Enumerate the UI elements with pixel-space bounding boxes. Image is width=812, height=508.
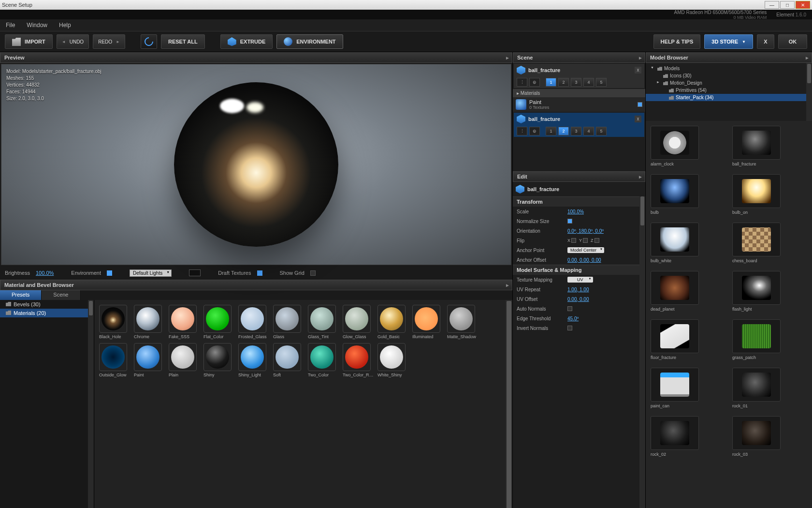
material-visible-checkbox[interactable] bbox=[638, 102, 642, 107]
menu-help[interactable]: Help bbox=[59, 22, 71, 29]
material-item[interactable]: Chrome bbox=[134, 305, 165, 339]
group-button-2[interactable]: 2 bbox=[558, 127, 569, 135]
tree-icons[interactable]: Icons (30) bbox=[646, 72, 812, 79]
link-icon[interactable]: ⋮ bbox=[517, 78, 527, 87]
tree-models[interactable]: ▼Models bbox=[646, 65, 812, 72]
reset-icon-button[interactable] bbox=[141, 34, 157, 49]
window-close-button[interactable]: ✕ bbox=[796, 1, 810, 9]
group-button-5[interactable]: 5 bbox=[596, 127, 607, 135]
material-row[interactable]: Paint0 Textures bbox=[513, 97, 645, 112]
flip-z-checkbox[interactable] bbox=[594, 238, 599, 243]
material-item[interactable]: Shiny bbox=[203, 343, 234, 377]
surface-section[interactable]: Model Surface & Mapping bbox=[513, 265, 645, 275]
expand-icon[interactable]: ► bbox=[505, 283, 510, 288]
orientation-value[interactable]: 0.0º, 180.0º, 0.0º bbox=[567, 228, 604, 234]
expand-icon[interactable]: ► bbox=[805, 55, 810, 60]
tree-materials[interactable]: Materials (20) bbox=[0, 309, 94, 317]
bg-color-swatch[interactable] bbox=[189, 269, 201, 276]
model-item[interactable]: dead_planet bbox=[651, 271, 725, 312]
help-tips-button[interactable]: HELP & TIPS bbox=[653, 34, 701, 49]
environment-button[interactable]: ENVIRONMENT bbox=[276, 34, 343, 49]
model-item[interactable]: ball_fracture bbox=[732, 126, 807, 166]
expand-icon[interactable]: ► bbox=[638, 55, 643, 60]
group-button-3[interactable]: 3 bbox=[571, 78, 581, 87]
undo-button[interactable]: ◄UNDO bbox=[57, 34, 89, 49]
materials-subheader[interactable]: ▸ Materials bbox=[513, 89, 645, 97]
group-button-2[interactable]: 2 bbox=[558, 78, 569, 87]
model-item[interactable]: grass_patch bbox=[732, 319, 807, 360]
model-item[interactable]: alarm_clock bbox=[651, 126, 725, 166]
material-item[interactable]: Two_Color bbox=[308, 343, 339, 377]
material-item[interactable]: Two_Color_Reflect bbox=[343, 343, 374, 377]
remove-button[interactable]: x bbox=[635, 116, 641, 122]
material-item[interactable]: White_Shiny bbox=[377, 343, 408, 377]
remove-button[interactable]: x bbox=[635, 67, 641, 74]
scene-item[interactable]: ball_fracture x ⋮ ⊚ 12345 bbox=[514, 64, 644, 88]
material-item[interactable]: Plain bbox=[169, 343, 200, 377]
redo-button[interactable]: REDO► bbox=[93, 34, 125, 49]
model-item[interactable]: paint_can bbox=[651, 368, 725, 408]
group-button-1[interactable]: 1 bbox=[546, 78, 556, 87]
menu-file[interactable]: File bbox=[6, 22, 15, 29]
group-button-3[interactable]: 3 bbox=[571, 127, 581, 135]
material-item[interactable]: Outside_Glow bbox=[99, 343, 130, 377]
texture-mapping-dropdown[interactable]: UV bbox=[567, 277, 593, 283]
menu-window[interactable]: Window bbox=[27, 22, 47, 29]
edit-scrollbar[interactable] bbox=[639, 196, 645, 508]
lights-dropdown[interactable]: Default Lights bbox=[130, 269, 172, 277]
material-item[interactable]: Glass bbox=[273, 305, 304, 339]
link-icon[interactable]: ⋮ bbox=[517, 127, 527, 135]
uv-offset-value[interactable]: 0.00, 0.00 bbox=[567, 297, 589, 302]
normalize-checkbox[interactable] bbox=[567, 219, 572, 224]
tab-presets[interactable]: Presets bbox=[0, 290, 42, 300]
scene-item[interactable]: ball_fracture x ⋮ ⊚ 12345 bbox=[514, 113, 644, 137]
model-item[interactable]: bulb_white bbox=[651, 223, 725, 263]
ok-button[interactable]: OK bbox=[778, 34, 807, 49]
group-button-5[interactable]: 5 bbox=[596, 78, 607, 87]
material-item[interactable]: Matte_Shadow bbox=[447, 305, 478, 339]
model-item[interactable]: bulb_on bbox=[732, 174, 807, 215]
show-grid-checkbox[interactable] bbox=[310, 270, 316, 276]
material-item[interactable]: Black_Hole bbox=[99, 305, 130, 339]
model-item[interactable]: bulb bbox=[651, 174, 725, 215]
material-item[interactable]: Soft bbox=[273, 343, 304, 377]
material-item[interactable]: Frosted_Glass bbox=[238, 305, 269, 339]
material-item[interactable]: Flat_Color bbox=[203, 305, 234, 339]
environment-checkbox[interactable] bbox=[107, 270, 112, 276]
anchor-dropdown[interactable]: Model Center bbox=[567, 247, 604, 253]
auto-normals-checkbox[interactable] bbox=[567, 306, 572, 311]
tree-bevels[interactable]: Bevels (30) bbox=[0, 300, 94, 309]
material-item[interactable]: Glass_Tint bbox=[308, 305, 339, 339]
draft-textures-checkbox[interactable] bbox=[257, 270, 262, 276]
anchor-offset-value[interactable]: 0.00, 0.00, 0.00 bbox=[567, 257, 601, 263]
expand-icon[interactable]: ► bbox=[638, 174, 643, 179]
x-button[interactable]: X bbox=[757, 34, 774, 49]
import-button[interactable]: IMPORT bbox=[5, 34, 53, 49]
extrude-button[interactable]: EXTRUDE bbox=[220, 34, 273, 49]
tree-scrollbar[interactable] bbox=[88, 300, 94, 508]
material-item[interactable]: Illuminated bbox=[412, 305, 443, 339]
material-item[interactable]: Glow_Glass bbox=[343, 305, 374, 339]
scale-value[interactable]: 100.0% bbox=[567, 209, 584, 214]
preview-viewport[interactable]: Model: Models/starter_pack/ball_fracture… bbox=[1, 64, 511, 265]
model-item[interactable]: flash_light bbox=[732, 271, 807, 312]
reset-all-button[interactable]: RESET ALL bbox=[161, 34, 205, 49]
model-item[interactable]: chess_board bbox=[732, 223, 807, 263]
brightness-value[interactable]: 100.0% bbox=[36, 270, 54, 276]
settings-icon[interactable]: ⊚ bbox=[529, 127, 540, 135]
material-item[interactable]: Shiny_Light bbox=[238, 343, 269, 377]
flip-x-checkbox[interactable] bbox=[571, 238, 576, 243]
material-item[interactable]: Paint bbox=[134, 343, 165, 377]
model-item[interactable]: rock_02 bbox=[651, 416, 725, 457]
group-button-4[interactable]: 4 bbox=[583, 127, 594, 135]
model-item[interactable]: rock_01 bbox=[732, 368, 807, 408]
expand-icon[interactable]: ► bbox=[505, 55, 510, 60]
tab-scene[interactable]: Scene bbox=[42, 290, 80, 300]
uv-repeat-value[interactable]: 1.00, 1.00 bbox=[567, 287, 589, 292]
tree-primitives[interactable]: Primitives (54) bbox=[646, 87, 812, 94]
invert-normals-checkbox[interactable] bbox=[567, 326, 572, 330]
group-button-4[interactable]: 4 bbox=[583, 78, 594, 87]
transform-section[interactable]: Transform bbox=[513, 196, 645, 207]
flip-y-checkbox[interactable] bbox=[583, 238, 588, 243]
group-button-1[interactable]: 1 bbox=[546, 127, 556, 135]
